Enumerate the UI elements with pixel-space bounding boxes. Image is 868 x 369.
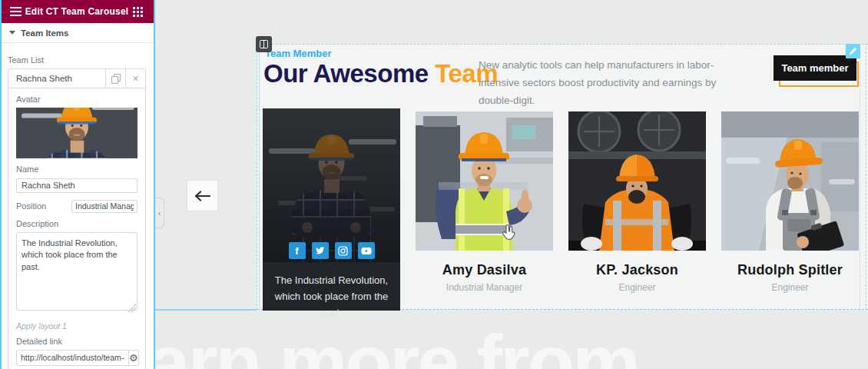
section-settings-handle[interactable] [256, 36, 272, 52]
avatar-label: Avatar [16, 95, 137, 104]
member-photo [568, 111, 706, 251]
editor-panel: Edit CT Team Carousel Team Items Team Li… [0, 0, 154, 369]
panel-collapse-handle[interactable]: ‹ [155, 198, 164, 228]
team-list-label: Team List [8, 55, 146, 65]
widgets-grid-icon[interactable] [131, 4, 146, 19]
panel-resize-edge[interactable] [154, 0, 155, 369]
member-description: The Industrial Revolution, which took pl… [263, 262, 400, 321]
member-position: Engineer [568, 282, 706, 293]
team-section[interactable]: Team Member Our Awesome Team New analyti… [257, 44, 868, 310]
name-input[interactable] [16, 178, 137, 193]
viewport-right-guide [866, 44, 866, 310]
elementor-editor: Edit CT Team Carousel Team Items Team Li… [0, 0, 868, 369]
team-member-button[interactable]: Team member [774, 55, 856, 81]
member-name: Amy Dasilva [416, 262, 553, 278]
position-input[interactable] [71, 200, 137, 213]
apply-layout-note: Apply layout 1 [16, 321, 137, 331]
description-label: Description [16, 219, 137, 228]
social-buttons: f [263, 242, 400, 259]
repeater-item-header[interactable]: Rachna Sheth × [8, 69, 145, 88]
duplicate-item-button[interactable] [105, 69, 125, 88]
section-heading: Our Awesome Team [263, 59, 498, 88]
member-photo: f [263, 108, 400, 262]
panel-body: Team List Rachna Sheth × Avatar [0, 43, 154, 369]
window-left-edge [0, 0, 2, 369]
name-label: Name [16, 165, 137, 174]
edit-pencil-icon [849, 47, 857, 55]
detailed-link-label: Detailed link [16, 337, 137, 346]
resize-corner-icon[interactable] [128, 304, 136, 312]
description-textarea[interactable]: The Industrial Revolution, which took pl… [16, 232, 137, 311]
member-photo [416, 111, 553, 251]
twitter-icon[interactable] [312, 242, 329, 259]
member-name: Rudolph Spitler [721, 262, 859, 278]
instagram-icon[interactable] [335, 242, 352, 259]
detailed-link-input[interactable] [16, 350, 129, 366]
member-position: Engineer [721, 282, 859, 293]
panel-header: Edit CT Team Carousel [0, 0, 154, 23]
team-card[interactable]: KP. Jackson Engineer [568, 111, 706, 290]
gear-icon[interactable]: ⚙ [129, 350, 139, 366]
photo-dark-overlay [263, 108, 400, 262]
youtube-icon[interactable] [358, 242, 375, 259]
section-bottom-guide [155, 309, 257, 311]
heading-primary: Our Awesome [263, 59, 429, 88]
team-items-accordion[interactable]: Team Items [0, 23, 154, 43]
position-label: Position [16, 201, 71, 211]
team-card[interactable]: Amy Dasilva Industrial Manager [416, 111, 553, 290]
background-watermark-text: arn more from [155, 318, 638, 369]
column-left-guide [259, 45, 260, 309]
repeater-item-title: Rachna Sheth [8, 69, 105, 88]
widget-edit-handle[interactable] [846, 44, 860, 58]
repeater-item: Rachna Sheth × Avatar [8, 68, 146, 369]
caret-down-icon [9, 31, 15, 35]
remove-item-button[interactable]: × [125, 69, 145, 88]
team-card-hovered[interactable]: f The Industrial Revolution, which took … [263, 108, 400, 311]
preview-canvas: arn more from ‹ Team Memb [155, 0, 868, 369]
team-card[interactable]: Rudolph Spitler Engineer [721, 111, 859, 290]
team-member-button-label: Team member [781, 62, 848, 74]
section-description: New analytic tools can help manufacturer… [479, 57, 737, 110]
member-name: KP. Jackson [568, 262, 706, 278]
avatar-image[interactable] [16, 108, 137, 158]
columns-icon [260, 40, 268, 48]
repeater-item-body: Avatar [8, 95, 145, 369]
left-arrow-icon [195, 191, 210, 201]
carousel-prev-button[interactable] [187, 180, 218, 211]
hamburger-menu-icon[interactable] [8, 4, 23, 19]
facebook-icon[interactable]: f [289, 242, 306, 259]
accordion-label: Team Items [21, 28, 68, 38]
team-member-button-wrap: Team member [774, 55, 866, 92]
panel-title: Edit CT Team Carousel [25, 6, 129, 17]
member-photo [721, 111, 859, 251]
member-position: Industrial Manager [416, 282, 553, 293]
section-subtitle: Team Member [265, 48, 331, 59]
